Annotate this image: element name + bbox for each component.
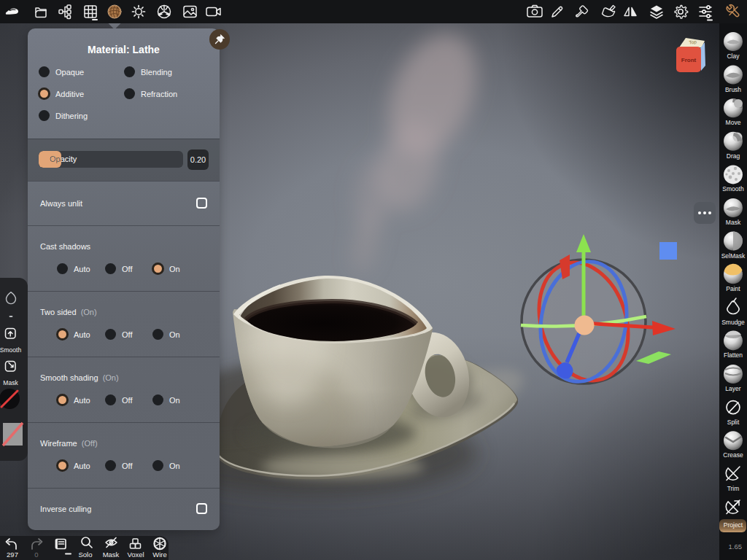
svg-text:Crease: Crease [723, 451, 743, 459]
svg-text:297: 297 [7, 551, 18, 559]
svg-text:SelMask: SelMask [721, 252, 746, 260]
svg-text:Layer: Layer [725, 385, 740, 392]
svg-text:Voxel: Voxel [127, 551, 144, 559]
svg-text:Solo: Solo [78, 551, 92, 559]
svg-text:Brush: Brush [725, 86, 741, 93]
svg-text:Move: Move [726, 119, 741, 126]
svg-text:Flatten: Flatten [724, 351, 743, 359]
svg-text:Mask: Mask [103, 551, 120, 559]
svg-text:Smudge: Smudge [721, 319, 745, 326]
svg-text:Paint: Paint [726, 285, 740, 292]
svg-text:Trim: Trim [727, 485, 740, 492]
svg-text:Front: Front [681, 57, 697, 63]
svg-text:Project: Project [724, 521, 743, 529]
svg-text:Clay: Clay [727, 52, 740, 60]
svg-text:Split: Split [727, 419, 740, 426]
svg-text:Mask: Mask [3, 379, 18, 386]
svg-text:Wire: Wire [152, 551, 167, 559]
svg-text:Smooth: Smooth [722, 185, 744, 192]
svg-text:Mask: Mask [726, 219, 741, 226]
svg-text:Drag: Drag [727, 152, 740, 160]
svg-text:Smooth: Smooth [0, 346, 21, 354]
svg-text:0: 0 [34, 551, 38, 559]
